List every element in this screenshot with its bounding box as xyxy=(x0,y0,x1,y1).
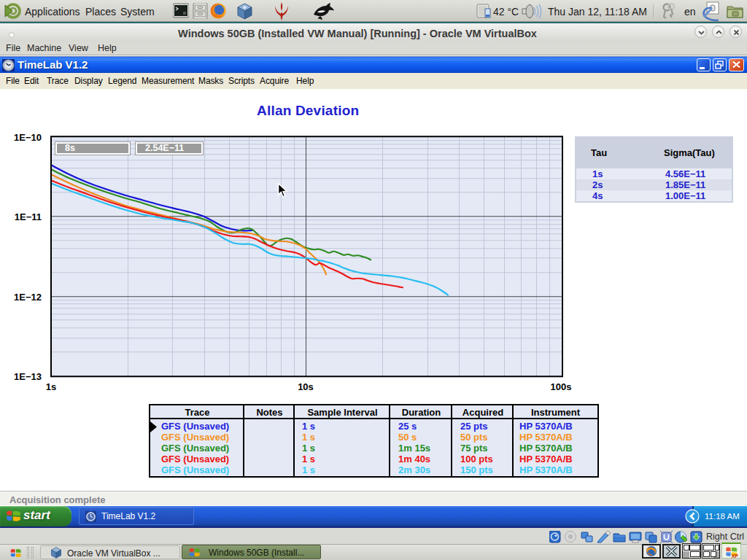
svg-text:XP: XP xyxy=(732,553,739,559)
